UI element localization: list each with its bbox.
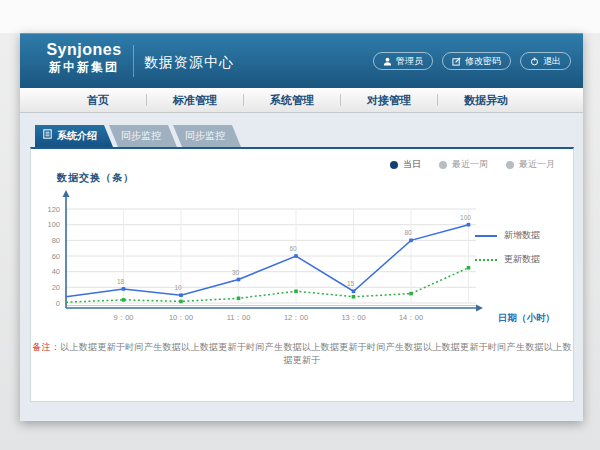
svg-text:12：00: 12：00 (284, 313, 308, 322)
admin-user-button[interactable]: 管理员 (373, 52, 433, 70)
svg-text:0: 0 (56, 299, 60, 308)
svg-text:100: 100 (460, 214, 471, 221)
legend-label: 更新数据 (504, 253, 540, 266)
footnote: 备注：以上数据更新于时间产生数据以上数据更新于时间产生数据以上数据更新于时间产生… (31, 341, 573, 367)
radio-dot-icon (390, 161, 398, 169)
edit-icon (452, 57, 461, 66)
svg-text:30: 30 (232, 269, 240, 276)
header-divider (133, 45, 134, 77)
logo: Synjones 新中新集团 (38, 41, 130, 74)
nav-item-home[interactable]: 首页 (50, 93, 146, 108)
svg-text:10: 10 (174, 284, 182, 291)
svg-text:40: 40 (52, 267, 60, 276)
chart-panel: 当日 最近一周 最近一月 数据交换（条） 0204060801001209：00… (30, 147, 574, 402)
logo-subtext: 新中新集团 (38, 61, 130, 74)
logo-text: Synjones (38, 41, 130, 59)
radio-dot-icon (506, 161, 514, 169)
content-area: 系统介绍 同步监控 同步监控 当日 最近一周 (20, 113, 583, 421)
svg-text:60: 60 (52, 252, 60, 261)
legend-label: 新增数据 (504, 229, 540, 242)
logout-button[interactable]: 退出 (520, 52, 571, 70)
top-strip (0, 0, 600, 33)
svg-text:9：00: 9：00 (113, 313, 133, 322)
radio-last-week[interactable]: 最近一周 (439, 158, 488, 171)
tab-label: 同步监控 (121, 130, 161, 141)
app-header: Synjones 新中新集团 数据资源中心 管理员 修改密码 (20, 33, 583, 88)
y-axis-title: 数据交换（条） (57, 171, 134, 185)
svg-text:18: 18 (117, 278, 125, 285)
svg-text:10：00: 10：00 (169, 313, 193, 322)
radio-last-month[interactable]: 最近一月 (506, 158, 555, 171)
nav-item-standard-mgmt[interactable]: 标准管理 (147, 93, 243, 108)
nav-item-interface-mgmt[interactable]: 对接管理 (341, 93, 437, 108)
nav-item-data-change[interactable]: 数据异动 (438, 93, 534, 108)
chart-legend: 新增数据 更新数据 (475, 229, 559, 277)
svg-text:13：00: 13：00 (341, 313, 365, 322)
svg-text:80: 80 (52, 236, 60, 245)
app-window: Synjones 新中新集团 数据资源中心 管理员 修改密码 (20, 33, 583, 421)
user-icon (383, 57, 392, 66)
radio-label: 最近一周 (452, 158, 488, 171)
svg-text:120: 120 (47, 205, 60, 214)
radio-dot-icon (439, 161, 447, 169)
page-title: 数据资源中心 (144, 54, 234, 72)
tab-sync-monitor-1[interactable]: 同步监控 (109, 125, 177, 147)
legend-swatch-0 (475, 235, 497, 237)
document-icon (43, 125, 52, 147)
radio-label: 当日 (403, 158, 421, 171)
nav-item-system-mgmt[interactable]: 系统管理 (244, 93, 340, 108)
tab-sync-monitor-2[interactable]: 同步监控 (173, 125, 241, 147)
footnote-text: 以上数据更新于时间产生数据以上数据更新于时间产生数据以上数据更新于时间产生数据以… (60, 342, 572, 365)
admin-user-label: 管理员 (396, 55, 423, 68)
tab-label: 系统介绍 (57, 125, 97, 147)
change-password-label: 修改密码 (465, 55, 501, 68)
footnote-prefix: 备注： (32, 342, 60, 352)
radio-today[interactable]: 当日 (390, 158, 421, 171)
legend-item-new-data: 新增数据 (475, 229, 559, 242)
svg-text:100: 100 (47, 220, 60, 229)
radio-label: 最近一月 (519, 158, 555, 171)
power-icon (530, 57, 539, 66)
tab-bar: 系统介绍 同步监控 同步监控 (35, 125, 237, 147)
legend-swatch-1 (475, 259, 497, 261)
svg-text:15: 15 (347, 280, 355, 287)
svg-text:14：00: 14：00 (399, 313, 423, 322)
svg-text:60: 60 (289, 245, 297, 252)
logout-label: 退出 (543, 55, 561, 68)
svg-text:11：00: 11：00 (227, 313, 251, 322)
svg-text:80: 80 (404, 229, 412, 236)
svg-text:20: 20 (52, 283, 60, 292)
svg-text:日期（小时）: 日期（小时） (498, 312, 555, 324)
main-nav: 首页 标准管理 系统管理 对接管理 数据异动 (20, 88, 583, 113)
tab-system-intro[interactable]: 系统介绍 (35, 125, 113, 147)
legend-item-updated-data: 更新数据 (475, 253, 559, 266)
change-password-button[interactable]: 修改密码 (442, 52, 511, 70)
tab-label: 同步监控 (185, 130, 225, 141)
header-actions: 管理员 修改密码 退出 (373, 52, 571, 70)
time-range-filter: 当日 最近一周 最近一月 (390, 158, 555, 171)
